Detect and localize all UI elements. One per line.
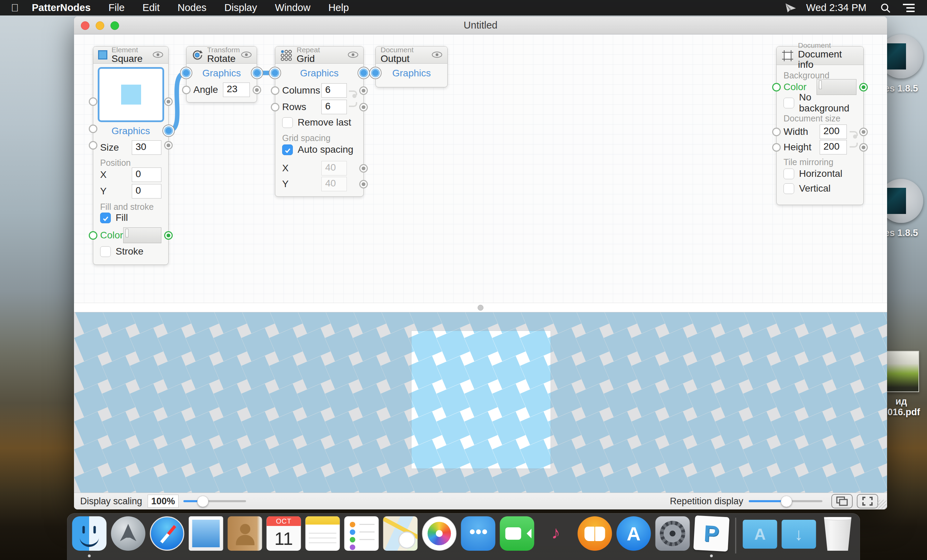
- color-input-port[interactable]: [89, 231, 97, 240]
- eye-visibility-icon[interactable]: [432, 51, 442, 59]
- x-input[interactable]: 0: [132, 167, 161, 182]
- dock-folder-downloads-icon[interactable]: [782, 516, 816, 558]
- patternodes-status-icon[interactable]: [785, 3, 796, 13]
- x-input-port[interactable]: [89, 124, 97, 133]
- title-bar[interactable]: Untitled: [74, 17, 887, 34]
- height-input-port[interactable]: [772, 143, 781, 152]
- y-input[interactable]: 0: [132, 184, 161, 199]
- window-resize-grip[interactable]: [877, 500, 886, 509]
- link-columns-rows-icon[interactable]: [348, 88, 358, 111]
- dock-finder-icon[interactable]: [72, 516, 107, 558]
- node-rotate-header[interactable]: Transform Rotate: [187, 46, 257, 64]
- color-output-port[interactable]: [164, 231, 173, 240]
- dock-launchpad-icon[interactable]: [111, 516, 146, 558]
- menu-file[interactable]: File: [108, 2, 125, 14]
- angle-input[interactable]: 23: [223, 83, 250, 97]
- display-scaling-value[interactable]: 100%: [147, 495, 179, 508]
- dock-facetime-icon[interactable]: [500, 516, 534, 558]
- rows-input-port[interactable]: [271, 103, 280, 111]
- pattern-preview[interactable]: [74, 312, 887, 493]
- node-square-header[interactable]: Element Square: [93, 46, 168, 64]
- remove-last-checkbox[interactable]: [282, 117, 293, 128]
- node-rotate[interactable]: Transform Rotate Graphics Angle 23: [186, 46, 257, 103]
- size-output-port[interactable]: [164, 97, 173, 106]
- close-button[interactable]: [81, 21, 90, 30]
- x-output-port[interactable]: [164, 124, 173, 133]
- horizontal-checkbox[interactable]: [784, 168, 794, 179]
- columns-input[interactable]: 6: [321, 83, 347, 98]
- menu-window[interactable]: Window: [275, 2, 310, 14]
- angle-input-port[interactable]: [182, 86, 191, 94]
- no-background-checkbox[interactable]: [784, 98, 794, 108]
- spacing-y-output-port[interactable]: [359, 180, 368, 188]
- rows-input[interactable]: 6: [321, 100, 347, 114]
- spacing-x-input[interactable]: 40: [321, 161, 347, 175]
- app-menu[interactable]: PatterNodes: [32, 2, 91, 14]
- dock-contacts-icon[interactable]: [228, 516, 262, 558]
- menu-edit[interactable]: Edit: [143, 2, 160, 14]
- eye-visibility-icon[interactable]: [241, 51, 252, 59]
- node-grid[interactable]: Repeat Grid Graphics Columns 6 Rows 6: [275, 46, 364, 197]
- apple-menu-icon[interactable]: : [11, 2, 19, 14]
- dock-itunes-icon[interactable]: [539, 516, 573, 558]
- dock-patternodes-icon[interactable]: [694, 516, 729, 558]
- display-scaling-slider[interactable]: [183, 500, 246, 502]
- y-input-port[interactable]: [89, 141, 97, 150]
- dock-notes-icon[interactable]: [305, 516, 340, 558]
- fullscreen-button[interactable]: [857, 494, 878, 508]
- dock-folder-applications-icon[interactable]: [743, 516, 777, 558]
- width-output-port[interactable]: [859, 127, 868, 136]
- spacing-x-output-port[interactable]: [359, 164, 368, 173]
- width-input-port[interactable]: [772, 127, 781, 136]
- dock-messages-icon[interactable]: [461, 516, 495, 558]
- dock-photos-icon[interactable]: [422, 516, 457, 558]
- minimize-button[interactable]: [96, 21, 104, 30]
- node-grid-header[interactable]: Repeat Grid: [275, 46, 363, 64]
- vertical-checkbox[interactable]: [784, 183, 794, 194]
- link-width-height-icon[interactable]: [848, 129, 859, 151]
- menu-nodes[interactable]: Nodes: [178, 2, 207, 14]
- splitter-handle[interactable]: [477, 305, 483, 311]
- y-output-port[interactable]: [164, 141, 173, 150]
- repetition-display-slider[interactable]: [749, 500, 822, 502]
- height-input[interactable]: 200: [820, 140, 847, 155]
- repetition-display-slider-thumb[interactable]: [781, 496, 792, 507]
- width-input[interactable]: 200: [820, 124, 847, 139]
- menu-display[interactable]: Display: [224, 2, 257, 14]
- spacing-y-input[interactable]: 40: [321, 177, 347, 191]
- node-square[interactable]: Element Square Graphics Size 30 Position…: [93, 46, 169, 265]
- tile-view-button[interactable]: [831, 494, 853, 508]
- node-output-header[interactable]: Document Output: [376, 46, 447, 64]
- pane-splitter[interactable]: [74, 303, 887, 312]
- node-document-info-header[interactable]: Document Document info: [777, 46, 863, 65]
- eye-visibility-icon[interactable]: [348, 51, 359, 59]
- size-input[interactable]: 30: [132, 140, 161, 155]
- menu-help[interactable]: Help: [328, 2, 349, 14]
- fill-checkbox[interactable]: [100, 212, 111, 223]
- node-output[interactable]: Document Output Graphics: [375, 46, 448, 87]
- bg-color-output-port[interactable]: [859, 83, 868, 91]
- stroke-checkbox[interactable]: [100, 246, 111, 257]
- dock-ibooks-icon[interactable]: [578, 516, 612, 558]
- dock-maps-icon[interactable]: [383, 516, 418, 558]
- angle-output-port[interactable]: [252, 86, 261, 94]
- dock-reminders-icon[interactable]: [345, 516, 379, 558]
- bg-color-input-port[interactable]: [772, 83, 781, 91]
- spotlight-search-icon[interactable]: [880, 3, 891, 13]
- display-scaling-slider-thumb[interactable]: [197, 496, 208, 507]
- eye-visibility-icon[interactable]: [152, 51, 163, 59]
- fill-color-well[interactable]: [123, 228, 161, 243]
- node-document-info[interactable]: Document Document info Background Color …: [776, 46, 864, 205]
- height-output-port[interactable]: [859, 143, 868, 152]
- columns-input-port[interactable]: [271, 87, 280, 95]
- dock-system-preferences-icon[interactable]: [655, 516, 690, 558]
- menu-clock[interactable]: Wed 2:34 PM: [806, 2, 866, 14]
- dock-appstore-icon[interactable]: [617, 516, 651, 558]
- dock-calendar-icon[interactable]: OCT11: [267, 516, 301, 558]
- auto-spacing-checkbox[interactable]: [282, 144, 293, 155]
- dock-safari-icon[interactable]: [150, 516, 184, 558]
- size-input-port[interactable]: [89, 97, 97, 106]
- rows-output-port[interactable]: [359, 103, 368, 111]
- dock-mail-icon[interactable]: [189, 516, 223, 558]
- notification-center-icon[interactable]: [903, 3, 915, 12]
